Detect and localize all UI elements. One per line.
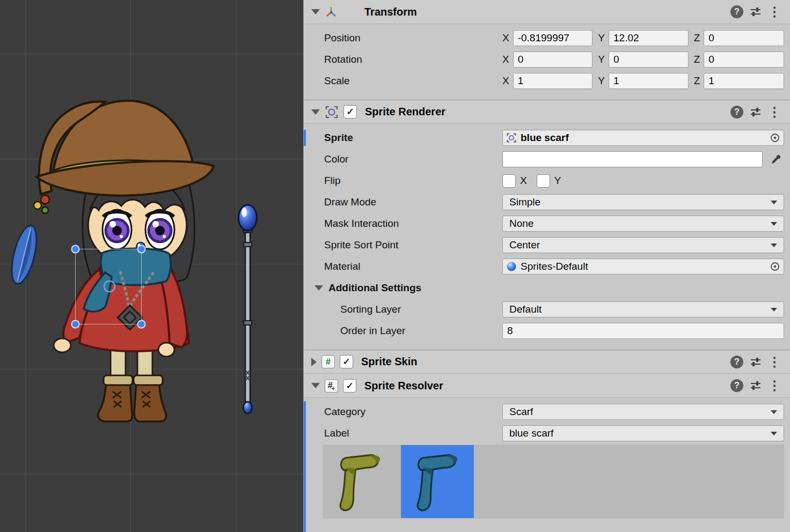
foldout-triangle[interactable]: [314, 285, 323, 291]
sorting-layer-value: Default: [509, 304, 542, 315]
presets-icon: [749, 5, 762, 18]
chevron-down-icon: [771, 308, 777, 312]
sprite-object-field[interactable]: blue scarf: [502, 130, 784, 146]
category-label: Category: [324, 406, 502, 418]
color-label: Color: [324, 153, 502, 165]
sprite-renderer-body: Sprite blue scarf: [304, 124, 790, 339]
enable-checkbox[interactable]: ✓: [343, 379, 356, 393]
presets-button[interactable]: [749, 5, 763, 19]
scale-z-field[interactable]: 1: [704, 73, 784, 89]
selection-handle[interactable]: [138, 246, 145, 253]
blue-scarf-sprite: [409, 450, 465, 513]
sprite-skin-header[interactable]: # ✓ Sprite Skin ? ⋮: [304, 350, 790, 374]
category-dropdown[interactable]: Scarf: [502, 404, 784, 420]
help-button[interactable]: ?: [730, 355, 744, 369]
scale-label: Scale: [324, 75, 502, 87]
position-x-field[interactable]: -0.8199997: [513, 30, 593, 46]
presets-button[interactable]: [749, 355, 763, 369]
sprite-object-value: blue scarf: [521, 132, 569, 144]
axis-y-label: Y: [598, 32, 605, 44]
rotation-z-field[interactable]: 0: [704, 51, 784, 68]
axis-z-label: Z: [694, 54, 700, 65]
sprite-skin-script-icon: #: [321, 355, 335, 368]
enable-checkbox[interactable]: ✓: [340, 355, 353, 368]
sprite-sort-point-dropdown[interactable]: Center: [502, 237, 784, 253]
rotation-row: Rotation X 0 Y 0 Z 0: [304, 51, 784, 68]
enable-checkbox[interactable]: ✓: [343, 105, 357, 119]
draw-mode-label: Draw Mode: [324, 196, 502, 208]
prefab-override-bar: [304, 130, 306, 146]
staff-sprite[interactable]: [239, 205, 257, 413]
position-z-field[interactable]: 0: [704, 30, 784, 46]
hash-icon: #: [326, 357, 331, 367]
sprite-renderer-header[interactable]: ✓ Sprite Renderer ? ⋮: [304, 100, 790, 124]
more-menu-button[interactable]: ⋮: [767, 105, 781, 119]
foldout-triangle[interactable]: [311, 383, 320, 388]
sprite-sort-point-label: Sprite Sort Point: [324, 239, 502, 251]
more-menu-button[interactable]: ⋮: [767, 379, 781, 393]
mask-interaction-row: Mask Interaction None: [304, 216, 784, 232]
object-picker-button[interactable]: [766, 259, 784, 274]
more-menu-button[interactable]: ⋮: [767, 5, 781, 19]
axis-y-label: Y: [598, 54, 605, 65]
kebab-icon: ⋮: [768, 5, 781, 18]
help-icon: ?: [730, 106, 743, 119]
more-menu-button[interactable]: ⋮: [767, 355, 781, 369]
scale-x-field[interactable]: 1: [513, 73, 593, 89]
order-in-layer-label: Order in Layer: [324, 325, 502, 337]
scale-row: Scale X 1 Y 1 Z 1: [304, 73, 784, 89]
color-row: Color: [304, 151, 784, 167]
eyedropper-icon: [770, 153, 782, 165]
rotation-x-field[interactable]: 0: [513, 51, 593, 68]
inspector-panel: Transform ? ⋮ Position X -0.8199997 Y: [303, 0, 790, 532]
chevron-down-icon: [771, 201, 777, 204]
draw-mode-dropdown[interactable]: Simple: [502, 194, 784, 210]
flip-x-checkbox[interactable]: [502, 174, 516, 188]
sprite-resolver-header[interactable]: #+ ✓ Sprite Resolver ? ⋮: [304, 374, 790, 398]
selection-handle[interactable]: [72, 246, 79, 253]
foldout-triangle[interactable]: [311, 9, 320, 14]
flip-row: Flip X Y: [304, 173, 784, 189]
label-row: Label blue scarf: [304, 425, 784, 441]
sprite-row: Sprite blue scarf: [304, 130, 784, 146]
eyedropper-button[interactable]: [768, 153, 784, 165]
presets-button[interactable]: [749, 105, 763, 119]
mask-interaction-dropdown[interactable]: None: [502, 216, 784, 232]
selection-handle[interactable]: [138, 321, 145, 328]
scale-y-field[interactable]: 1: [609, 73, 689, 89]
material-object-field[interactable]: Sprites-Default: [502, 258, 784, 275]
object-picker-button[interactable]: [766, 130, 784, 145]
help-button[interactable]: ?: [730, 105, 744, 119]
sorting-layer-dropdown[interactable]: Default: [502, 301, 784, 317]
flip-x-label: X: [520, 175, 527, 187]
selection-handle[interactable]: [72, 321, 79, 328]
foldout-triangle[interactable]: [311, 109, 320, 115]
sprite-thumbnail-blue-scarf[interactable]: [401, 445, 474, 518]
presets-button[interactable]: [749, 379, 763, 393]
help-icon: ?: [730, 356, 743, 368]
component-title: Transform: [364, 6, 417, 18]
transform-header[interactable]: Transform ? ⋮: [304, 0, 790, 24]
flip-y-checkbox[interactable]: [537, 174, 550, 188]
additional-settings-row[interactable]: Additional Settings: [304, 280, 784, 296]
color-swatch[interactable]: [502, 151, 763, 167]
character-sprite[interactable]: [7, 101, 214, 422]
label-dropdown[interactable]: blue scarf: [502, 425, 784, 441]
object-picker-icon: [770, 132, 780, 143]
draw-mode-value: Simple: [509, 196, 540, 208]
position-y-field[interactable]: 12.02: [609, 30, 689, 46]
scene-canvas: [0, 0, 303, 532]
sprite-thumbnail-green-scarf[interactable]: [324, 445, 397, 518]
help-button[interactable]: ?: [730, 5, 744, 19]
check-icon: ✓: [342, 356, 350, 367]
rotation-y-field[interactable]: 0: [609, 51, 689, 68]
scene-view[interactable]: [0, 0, 303, 532]
flip-y-label: Y: [554, 175, 561, 187]
order-in-layer-field[interactable]: 8: [502, 323, 784, 339]
foldout-triangle[interactable]: [311, 358, 317, 366]
additional-settings-label: Additional Settings: [328, 282, 507, 294]
help-button[interactable]: ?: [730, 379, 744, 393]
mask-interaction-label: Mask Interaction: [324, 218, 502, 230]
help-icon: ?: [730, 5, 743, 18]
position-row: Position X -0.8199997 Y 12.02 Z 0: [304, 30, 784, 46]
